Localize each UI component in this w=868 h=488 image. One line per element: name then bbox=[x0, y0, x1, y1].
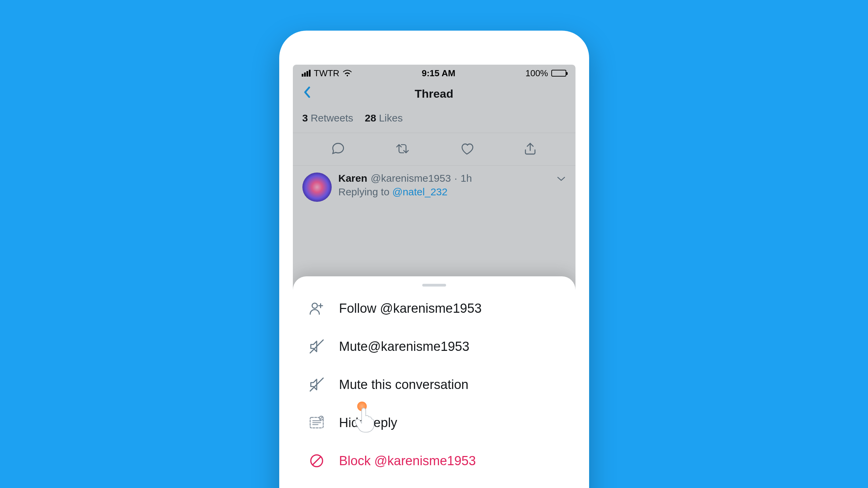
action-sheet: Follow @karenisme1953 Mute@karenisme1953… bbox=[293, 276, 575, 488]
hide-reply-option[interactable]: Hide reply bbox=[293, 404, 575, 442]
block-icon bbox=[308, 452, 326, 470]
follow-option-label: Follow @karenisme1953 bbox=[339, 301, 482, 316]
hide-reply-option-label: Hide reply bbox=[339, 416, 397, 430]
svg-point-0 bbox=[312, 303, 317, 308]
follow-option[interactable]: Follow @karenisme1953 bbox=[293, 289, 575, 327]
follow-icon bbox=[308, 299, 326, 317]
phone-screen: TWTR 9:15 AM 100% Thread 3Retweets bbox=[293, 65, 575, 488]
mute-icon bbox=[308, 376, 326, 393]
hide-reply-icon bbox=[308, 414, 326, 432]
svg-line-8 bbox=[313, 457, 320, 465]
mute-icon bbox=[308, 338, 326, 355]
block-option-label: Block @karenisme1953 bbox=[339, 454, 476, 468]
mute-conversation-option-label: Mute this conversation bbox=[339, 377, 469, 392]
mute-conversation-option[interactable]: Mute this conversation bbox=[293, 365, 575, 404]
block-option[interactable]: Block @karenisme1953 bbox=[293, 442, 575, 480]
mute-user-option-label: Mute@karenisme1953 bbox=[339, 339, 470, 354]
mute-user-option[interactable]: Mute@karenisme1953 bbox=[293, 327, 575, 365]
report-option[interactable]: Report Tweet bbox=[293, 480, 575, 488]
sheet-grabber[interactable] bbox=[422, 284, 446, 287]
phone-frame: TWTR 9:15 AM 100% Thread 3Retweets bbox=[279, 31, 589, 488]
